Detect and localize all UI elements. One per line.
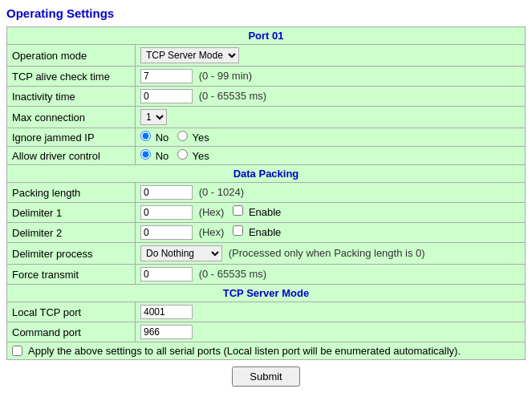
packing-length-label: Packing length bbox=[7, 183, 136, 203]
inactivity-label: Inactivity time bbox=[7, 87, 136, 107]
allow-driver-no-radio[interactable] bbox=[140, 149, 151, 160]
delimiter-process-select[interactable]: Do Nothing Delimiter + 1 Delimiter + 2 S… bbox=[140, 245, 222, 261]
force-transmit-hint: (0 - 65535 ms) bbox=[199, 268, 267, 280]
data-packing-header: Data Packing bbox=[7, 165, 526, 183]
allow-driver-no-label: No bbox=[156, 150, 169, 162]
delimiter-process-cell: Do Nothing Delimiter + 1 Delimiter + 2 S… bbox=[136, 243, 526, 265]
operation-mode-cell: TCP Server Mode TCP Client Mode UDP Mode… bbox=[136, 45, 526, 67]
command-port-cell bbox=[136, 322, 526, 342]
submit-row: Submit bbox=[6, 366, 526, 387]
delimiter-process-hint: (Processed only when Packing length is 0… bbox=[229, 247, 425, 259]
force-transmit-label: Force transmit bbox=[7, 265, 136, 285]
packing-length-row: Packing length (0 - 1024) bbox=[7, 183, 526, 203]
allow-driver-row: Allow driver control No Yes bbox=[7, 147, 526, 165]
apply-all-label: Apply the above settings to all serial p… bbox=[28, 345, 461, 357]
delimiter2-input[interactable] bbox=[140, 225, 193, 240]
operation-mode-label: Operation mode bbox=[7, 45, 136, 67]
inactivity-hint: (0 - 65535 ms) bbox=[199, 90, 267, 102]
delimiter2-row: Delimiter 2 (Hex) Enable bbox=[7, 223, 526, 243]
tcp-alive-input[interactable] bbox=[140, 69, 193, 83]
delimiter1-row: Delimiter 1 (Hex) Enable bbox=[7, 203, 526, 223]
force-transmit-input[interactable] bbox=[140, 267, 193, 281]
packing-length-input[interactable] bbox=[140, 185, 193, 200]
data-packing-label: Data Packing bbox=[7, 165, 526, 183]
settings-table: Port 01 Operation mode TCP Server Mode T… bbox=[6, 26, 526, 360]
delimiter1-cell: (Hex) Enable bbox=[136, 203, 526, 223]
delimiter1-hint: (Hex) bbox=[199, 206, 225, 218]
delimiter-process-label: Delimiter process bbox=[7, 243, 136, 265]
packing-length-hint: (0 - 1024) bbox=[199, 186, 244, 198]
delimiter1-input[interactable] bbox=[140, 205, 193, 220]
ignore-jammed-row: Ignore jammed IP No Yes bbox=[7, 128, 526, 147]
operation-mode-select[interactable]: TCP Server Mode TCP Client Mode UDP Mode… bbox=[140, 47, 239, 63]
apply-all-row: Apply the above settings to all serial p… bbox=[7, 342, 526, 360]
force-transmit-cell: (0 - 65535 ms) bbox=[136, 265, 526, 285]
command-port-input[interactable] bbox=[140, 325, 193, 339]
local-tcp-port-label: Local TCP port bbox=[7, 302, 136, 322]
tcp-server-mode-label: TCP Server Mode bbox=[7, 285, 526, 302]
inactivity-row: Inactivity time (0 - 65535 ms) bbox=[7, 87, 526, 107]
delimiter2-enable-label: Enable bbox=[249, 226, 281, 238]
delimiter1-label: Delimiter 1 bbox=[7, 203, 136, 223]
max-connection-row: Max connection 1 2 3 4 bbox=[7, 107, 526, 128]
tcp-alive-row: TCP alive check time (0 - 99 min) bbox=[7, 67, 526, 87]
force-transmit-row: Force transmit (0 - 65535 ms) bbox=[7, 265, 526, 285]
apply-all-checkbox[interactable] bbox=[12, 346, 22, 356]
ignore-jammed-yes-radio[interactable] bbox=[177, 131, 188, 141]
command-port-label: Command port bbox=[7, 322, 136, 342]
allow-driver-cell: No Yes bbox=[136, 147, 526, 165]
delimiter2-enable-checkbox[interactable] bbox=[233, 225, 243, 236]
tcp-alive-hint: (0 - 99 min) bbox=[199, 70, 252, 82]
delimiter2-hint: (Hex) bbox=[199, 226, 225, 238]
ignore-jammed-label: Ignore jammed IP bbox=[7, 128, 136, 147]
allow-driver-yes-label: Yes bbox=[192, 150, 209, 162]
local-tcp-port-input[interactable] bbox=[140, 305, 193, 319]
inactivity-cell: (0 - 65535 ms) bbox=[136, 87, 526, 107]
max-connection-select[interactable]: 1 2 3 4 bbox=[140, 109, 167, 125]
local-tcp-port-cell bbox=[136, 302, 526, 322]
delimiter-process-row: Delimiter process Do Nothing Delimiter +… bbox=[7, 243, 526, 265]
max-connection-label: Max connection bbox=[7, 107, 136, 128]
tcp-alive-cell: (0 - 99 min) bbox=[136, 67, 526, 87]
local-tcp-port-row: Local TCP port bbox=[7, 302, 526, 322]
delimiter1-enable-label: Enable bbox=[249, 206, 281, 218]
ignore-jammed-yes-label: Yes bbox=[192, 132, 209, 144]
packing-length-cell: (0 - 1024) bbox=[136, 183, 526, 203]
ignore-jammed-cell: No Yes bbox=[136, 128, 526, 147]
inactivity-input[interactable] bbox=[140, 89, 193, 103]
allow-driver-yes-radio[interactable] bbox=[177, 149, 188, 160]
port01-label: Port 01 bbox=[7, 27, 526, 45]
allow-driver-label: Allow driver control bbox=[7, 147, 136, 165]
tcp-server-mode-header: TCP Server Mode bbox=[7, 285, 526, 302]
tcp-alive-label: TCP alive check time bbox=[7, 67, 136, 87]
ignore-jammed-no-label: No bbox=[156, 132, 169, 144]
apply-all-cell: Apply the above settings to all serial p… bbox=[7, 342, 526, 360]
page-title: Operating Settings bbox=[6, 6, 526, 20]
max-connection-cell: 1 2 3 4 bbox=[136, 107, 526, 128]
command-port-row: Command port bbox=[7, 322, 526, 342]
operation-mode-row: Operation mode TCP Server Mode TCP Clien… bbox=[7, 45, 526, 67]
delimiter2-label: Delimiter 2 bbox=[7, 223, 136, 243]
delimiter2-cell: (Hex) Enable bbox=[136, 223, 526, 243]
ignore-jammed-no-radio[interactable] bbox=[140, 131, 151, 141]
delimiter1-enable-checkbox[interactable] bbox=[233, 205, 243, 216]
port01-header: Port 01 bbox=[7, 27, 526, 45]
submit-button[interactable]: Submit bbox=[232, 366, 299, 387]
